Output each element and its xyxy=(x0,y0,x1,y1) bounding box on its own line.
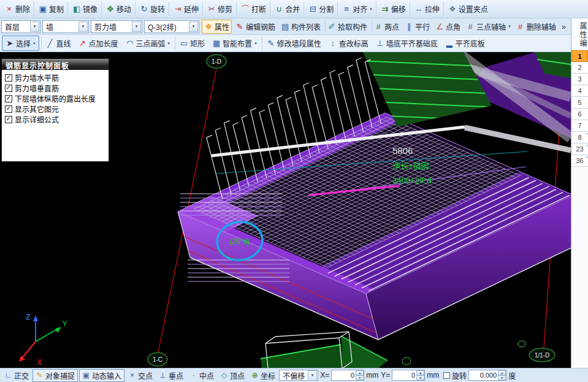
toggle-object-snap[interactable]: ✎ 对象捕捉 xyxy=(32,369,78,382)
btn-rectangle[interactable]: ▭ 矩形 xyxy=(175,36,208,50)
checkbox[interactable]: ✓ xyxy=(5,74,12,82)
properties-icon: ❖ xyxy=(204,23,213,31)
grid-bubble-1d: 1-D xyxy=(207,55,226,68)
x-input[interactable]: 0 ▴▾ xyxy=(331,370,364,381)
sidebar-row-cell[interactable]: 36 + xyxy=(571,155,588,167)
btn-delete-aux-axis[interactable]: # 删除辅轴 xyxy=(514,20,558,33)
offset-select[interactable]: 不偏移 ▾ xyxy=(279,370,318,381)
snap-midpoint[interactable]: ∙ 中点 xyxy=(187,370,216,381)
toggle-ortho[interactable]: ∟ 正交 xyxy=(2,370,31,381)
checkbox[interactable]: ✓ xyxy=(5,95,12,102)
tool-rotate[interactable]: ↻ 旋转 xyxy=(135,2,168,16)
panel-title[interactable]: 钢筋显示控制面板 xyxy=(1,58,109,70)
tool-offset[interactable]: ⇉ 偏移 xyxy=(376,2,409,16)
properties-tab[interactable]: 属性编 xyxy=(571,18,588,50)
tool-extend[interactable]: ⇥ 延伸 xyxy=(169,2,202,16)
btn-select[interactable]: ➤ 选择 ▾ xyxy=(2,36,39,51)
chevron-down-icon[interactable]: ▾ xyxy=(308,370,317,381)
category-select[interactable]: 墙 ▾ xyxy=(42,20,89,33)
perpendicular-icon: ⊥ xyxy=(159,371,167,380)
chevron-down-icon[interactable]: ▾ xyxy=(132,21,141,32)
sidebar-row-cell[interactable]: 3 xyxy=(571,74,588,85)
plus-icon: + xyxy=(586,155,588,159)
display-option-row[interactable]: ✓ 剪力墙垂直筋 xyxy=(5,83,105,93)
snap-coordinate[interactable]: ⊕ 坐标 xyxy=(248,370,278,381)
tool-delete[interactable]: × 删除 xyxy=(2,2,33,16)
display-option-row[interactable]: ✓ 下层墙体纵筋的露出长度 xyxy=(5,93,105,104)
formula-label: 净长+锚固 xyxy=(392,161,429,170)
btn-wall-bottom-flush-foundation[interactable]: ⊥ 墙底平齐基础底 xyxy=(373,36,441,50)
btn-three-point-arc[interactable]: ◠ 三点画弧 ▾ xyxy=(123,36,174,50)
sidebar-row-cell[interactable]: 1 xyxy=(571,50,588,62)
plus-icon: + xyxy=(586,143,588,148)
y-spinner[interactable]: ▴▾ xyxy=(416,370,424,380)
display-option-row[interactable]: ✓ 显示其它图元 xyxy=(5,104,105,114)
btn-modify-wall-properties[interactable]: ✎ 修改墙段属性 xyxy=(262,36,324,50)
checkbox[interactable]: ✓ xyxy=(5,116,12,123)
line-icon: ╱ xyxy=(46,39,55,47)
display-option-row[interactable]: ✓ 显示详细公式 xyxy=(5,114,105,124)
sidebar-row-cell[interactable]: 7 xyxy=(571,120,588,132)
sidebar-row-cell[interactable]: 6 xyxy=(571,109,588,120)
tool-align[interactable]: ≡ 对齐 ▾ xyxy=(337,2,375,16)
btn-pick-component[interactable]: ✐ 拾取构件 xyxy=(325,20,369,33)
btn-component-list[interactable]: ▤ 构件列表 xyxy=(279,20,323,33)
snap-perpendicular[interactable]: ⊥ 垂点 xyxy=(156,370,186,381)
btn-properties[interactable]: ❖ 属性 xyxy=(202,20,232,34)
btn-point-plus-length[interactable]: ↗ 点加长度 xyxy=(75,36,121,50)
x-unit: mm xyxy=(366,371,378,380)
toolbar-overflow-button[interactable]: » xyxy=(560,22,568,31)
panel-body: ✓ 剪力墙水平筋 ✓ 剪力墙垂直筋 ✓ 下层墙体纵筋的露出长度 ✓ xyxy=(1,70,109,162)
checkbox[interactable]: ✓ xyxy=(5,85,12,92)
tool-split[interactable]: ⊟ 分割 xyxy=(304,2,337,16)
tool-stretch[interactable]: ↔ 拉伸 xyxy=(410,2,443,16)
btn-edit-rebar[interactable]: ✎ 编辑钢筋 xyxy=(234,20,277,33)
btn-check-elevation[interactable]: ↕ 查改标高 xyxy=(326,36,372,50)
btn-parallel-axis[interactable]: ∥ 平行 xyxy=(403,20,432,33)
floor-select[interactable]: 首层 ▾ xyxy=(1,20,40,33)
coordinate-icon: ⊕ xyxy=(251,371,259,380)
snap-intersection[interactable]: × 交点 xyxy=(126,370,155,381)
modify-wall-icon: ✎ xyxy=(267,39,275,47)
tool-mirror[interactable]: ◧ 镜像 xyxy=(67,2,101,16)
chevron-down-icon[interactable]: ▾ xyxy=(78,21,88,32)
element-type-select[interactable]: 剪力墙 ▾ xyxy=(91,20,142,33)
btn-smart-layout[interactable]: ▦ 智能布置 ▾ xyxy=(209,36,260,50)
tool-trim[interactable]: ✂ 修剪 xyxy=(202,2,235,16)
snap-vertex[interactable]: ◇ 顶点 xyxy=(218,370,247,381)
grips-icon: ❖ xyxy=(448,5,457,13)
chevron-down-icon[interactable]: ▾ xyxy=(189,21,198,32)
offset-icon: ⇉ xyxy=(381,5,389,13)
row-cells: 1 2 3 4 5 xyxy=(571,50,588,167)
tool-break[interactable]: ⌒ 打断 xyxy=(236,2,269,16)
toggle-dynamic-input[interactable]: ▣ 动态输入 xyxy=(79,369,124,382)
element-select[interactable]: Q-3(2排) ▾ xyxy=(144,20,199,33)
btn-line[interactable]: ╱ 直线 xyxy=(41,36,74,50)
btn-three-point-aux-axis[interactable]: # 三点辅轴 ▾ xyxy=(464,20,513,33)
sidebar-row-cell[interactable]: 4 xyxy=(571,85,588,97)
tool-merge[interactable]: ∪ 合并 xyxy=(270,2,303,16)
checkbox[interactable]: ✓ xyxy=(5,105,12,113)
trim-icon: ✂ xyxy=(207,5,216,13)
btn-point-angle-axis[interactable]: ∠ 点角 xyxy=(433,20,462,33)
rotation-angle-input[interactable]: 0.000 ▴▾ xyxy=(468,370,506,381)
tool-set-grips[interactable]: ❖ 设置夹点 xyxy=(443,2,491,16)
btn-two-point-axis[interactable]: # 两点 xyxy=(372,20,401,33)
display-option-row[interactable]: ✓ 剪力墙水平筋 xyxy=(5,72,105,83)
y-input[interactable]: 0 ▴▾ xyxy=(392,370,425,381)
rotate-checkbox[interactable] xyxy=(443,372,450,379)
sidebar-row-cell[interactable]: 23 + xyxy=(571,143,588,155)
sidebar-row-cell[interactable]: 2 xyxy=(571,62,588,74)
sidebar-row-cell[interactable]: 8 + xyxy=(571,132,588,143)
angle-spinner[interactable]: ▴▾ xyxy=(498,370,506,380)
x-spinner[interactable]: ▴▾ xyxy=(356,370,364,380)
parallel-axis-icon: ∥ xyxy=(405,23,413,31)
extend-icon: ⇥ xyxy=(174,5,182,13)
chevron-down-icon[interactable]: ▾ xyxy=(30,21,39,32)
tool-copy[interactable]: ▣ 复制 xyxy=(34,2,67,16)
viewport-3d[interactable]: (29*d) 5806 净长+锚固 3400+29*d 1-D 1-C 1/1-… xyxy=(0,52,571,368)
btn-flush-bottom-slab[interactable]: ▂ 平齐底板 xyxy=(442,36,488,50)
sidebar-row-cell[interactable]: 5 xyxy=(571,97,588,109)
tool-move[interactable]: ✥ 移动 xyxy=(101,2,134,16)
toolbar-context: 首层 ▾ 墙 ▾ 剪力墙 ▾ Q-3(2排) ▾ ❖ 属性 ✎ xyxy=(0,18,588,35)
